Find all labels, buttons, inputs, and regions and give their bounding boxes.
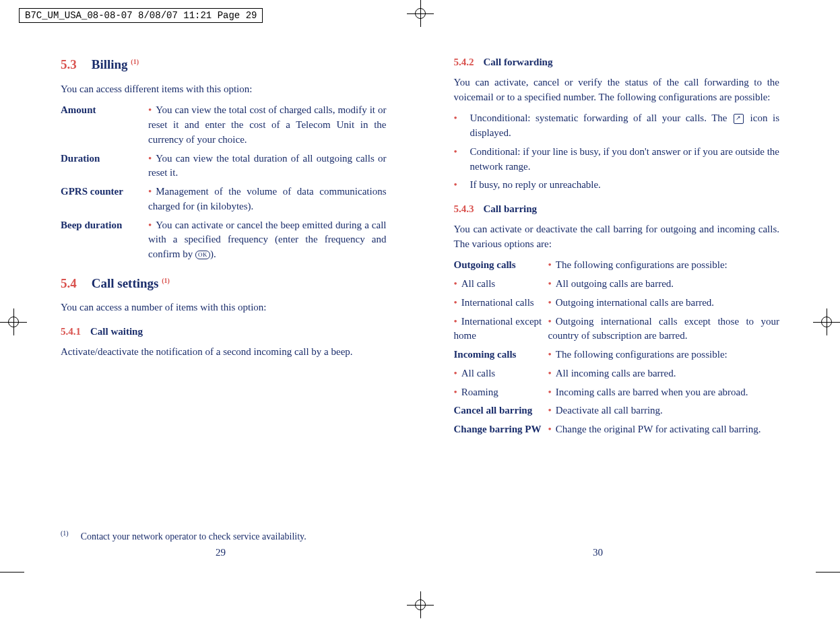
definition-body: •Outgoing international calls are barred… xyxy=(548,296,780,310)
heading-5-4-2: 5.4.2Call forwarding xyxy=(454,55,780,70)
definition-row: Duration•You can view the total duration… xyxy=(61,152,387,181)
body-5-4-3: You can activate or deactivate the call … xyxy=(454,222,780,252)
definition-body: •All incoming calls are barred. xyxy=(548,366,780,381)
heading-5-4-1: 5.4.1Call waiting xyxy=(61,325,387,339)
definition-term: •All calls xyxy=(454,277,548,292)
bullet-icon: • xyxy=(548,316,552,327)
bullet-icon: • xyxy=(148,104,152,115)
definition-term: Amount xyxy=(61,103,148,147)
section-number: 5.3 xyxy=(61,57,77,71)
definition-body: •Outgoing international calls except tho… xyxy=(548,315,780,344)
intro-5-3: You can access different items with this… xyxy=(61,82,387,97)
definition-term: •International calls xyxy=(454,296,548,310)
definition-body: •You can view the total duration of all … xyxy=(148,152,387,181)
definition-row: •International except home•Outgoing inte… xyxy=(454,315,780,344)
bullet-icon: • xyxy=(148,186,152,197)
crop-line-right xyxy=(816,572,840,573)
definition-body: •All outgoing calls are barred. xyxy=(548,277,780,292)
bullet-icon: • xyxy=(548,387,552,397)
list-item: •Conditional: if your line is busy, if y… xyxy=(454,145,780,174)
definition-term: Cancel all barring xyxy=(454,403,548,418)
definition-body: •Incoming calls are barred when you are … xyxy=(548,385,780,400)
bullet-icon: • xyxy=(548,349,552,360)
page-number-right: 30 xyxy=(593,547,603,558)
list-item: •Unconditional: systematic forwarding of… xyxy=(454,111,780,141)
heading-5-4-3: 5.4.3Call barring xyxy=(454,202,780,217)
registration-mark-bottom xyxy=(407,591,434,621)
definition-row: •All calls•All incoming calls are barred… xyxy=(454,366,780,381)
definition-row: Amount•You can view the total cost of ch… xyxy=(61,103,387,147)
definition-row: •Roaming•Incoming calls are barred when … xyxy=(454,385,780,400)
page-number-left: 29 xyxy=(216,547,226,558)
body-5-4-1: Activate/deactivate the notification of … xyxy=(61,345,387,360)
ok-key-icon: OK xyxy=(195,251,210,259)
section-number: 5.4 xyxy=(61,276,77,290)
footnote: (1)Contact your network operator to chec… xyxy=(61,529,306,542)
definition-body: •Management of the volume of data commun… xyxy=(148,185,387,214)
bullet-icon: • xyxy=(454,278,457,289)
registration-mark-left xyxy=(0,308,27,338)
bullet-icon: • xyxy=(454,297,457,308)
definition-term: Incoming calls xyxy=(454,348,548,362)
subsection-number: 5.4.3 xyxy=(454,203,474,214)
heading-5-3: 5.3Billing (1) xyxy=(61,55,387,74)
bullet-icon: • xyxy=(148,153,152,164)
definition-body: •Change the original PW for activating c… xyxy=(548,422,780,437)
definition-term: •International except home xyxy=(454,315,548,344)
definition-term: •Roaming xyxy=(454,385,548,400)
bullet-icon: • xyxy=(548,259,552,270)
definition-row: Change barring PW•Change the original PW… xyxy=(454,422,780,437)
definition-term: GPRS counter xyxy=(61,185,148,214)
bullet-icon: • xyxy=(454,178,466,193)
registration-mark-right xyxy=(813,308,840,338)
definition-term: Change barring PW xyxy=(454,422,548,437)
intro-5-4: You can access a number of items with th… xyxy=(61,300,387,315)
definition-row: Incoming calls•The following configurati… xyxy=(454,348,780,362)
crop-line-left xyxy=(0,572,24,573)
page-spread: 5.3Billing (1) You can access different … xyxy=(61,55,779,441)
bullet-icon: • xyxy=(454,145,466,174)
definition-term: Outgoing calls xyxy=(454,258,548,273)
bullet-icon: • xyxy=(548,405,552,416)
definition-row: Beep duration•You can activate or cancel… xyxy=(61,218,387,262)
list-5-4-2: •Unconditional: systematic forwarding of… xyxy=(454,111,780,193)
definition-row: •All calls•All outgoing calls are barred… xyxy=(454,277,780,292)
bullet-icon: • xyxy=(454,111,466,141)
page-right: 5.4.2Call forwarding You can activate, c… xyxy=(454,55,780,441)
bullet-icon: • xyxy=(454,368,457,379)
bullet-icon: • xyxy=(548,297,552,308)
list-item: •If busy, no reply or unreachable. xyxy=(454,178,780,193)
definition-row: •International calls•Outgoing internatio… xyxy=(454,296,780,310)
page-left: 5.3Billing (1) You can access different … xyxy=(61,55,387,441)
bullet-icon: • xyxy=(148,220,152,230)
body-5-4-2: You can activate, cancel or verify the s… xyxy=(454,75,780,105)
bullet-icon: • xyxy=(548,424,552,434)
definition-term: •All calls xyxy=(454,366,548,381)
definition-row: Cancel all barring•Deactivate all call b… xyxy=(454,403,780,418)
definition-row: Outgoing calls•The following configurati… xyxy=(454,258,780,273)
subsection-number: 5.4.2 xyxy=(454,57,474,67)
printer-mark: B7C_UM_USA_08-08-07 8/08/07 11:21 Page 2… xyxy=(19,8,263,23)
definition-term: Duration xyxy=(61,152,148,181)
definition-body: •The following configurations are possib… xyxy=(548,258,780,273)
bullet-icon: • xyxy=(454,387,457,397)
definition-row: GPRS counter•Management of the volume of… xyxy=(61,185,387,214)
call-forward-icon xyxy=(734,114,744,124)
registration-mark-top xyxy=(407,0,434,30)
bullet-icon: • xyxy=(454,316,457,327)
definition-body: •You can view the total cost of charged … xyxy=(148,103,387,147)
definition-body: •You can activate or cancel the beep emi… xyxy=(148,218,387,262)
definition-term: Beep duration xyxy=(61,218,148,262)
subsection-number: 5.4.1 xyxy=(61,326,81,337)
definition-body: •The following configurations are possib… xyxy=(548,348,780,362)
bullet-icon: • xyxy=(548,368,552,379)
bullet-icon: • xyxy=(548,278,552,289)
definition-body: •Deactivate all call barring. xyxy=(548,403,780,418)
heading-5-4: 5.4Call settings (1) xyxy=(61,274,387,293)
